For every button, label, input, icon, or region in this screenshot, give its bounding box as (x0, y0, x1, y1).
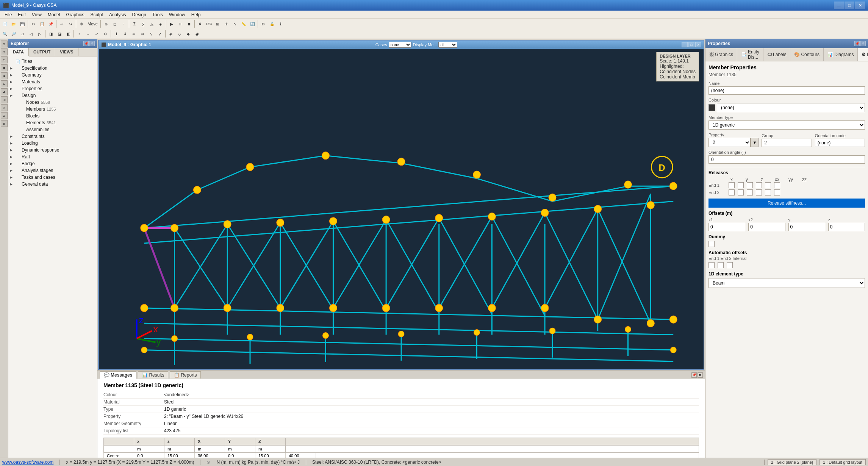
maximize-button[interactable]: □ (845, 2, 854, 9)
tab-data[interactable]: DATA (8, 48, 29, 56)
tb-lock[interactable]: 🔒 (268, 20, 276, 28)
tb2-6[interactable]: ◨ (47, 30, 55, 38)
x2-input[interactable] (748, 223, 785, 231)
menu-graphics[interactable]: Graphics (63, 11, 88, 18)
menu-window[interactable]: Window (166, 11, 188, 18)
tb2-3[interactable]: ⊿ (18, 30, 27, 38)
end2-z-check[interactable] (747, 189, 753, 195)
tree-analysis[interactable]: ▶ Analysis stages (8, 167, 97, 174)
property-dropdown-btn[interactable]: ▼ (751, 138, 759, 147)
tb-rotate[interactable]: 🔄 (248, 20, 256, 28)
tb-save[interactable]: 💾 (18, 20, 27, 28)
tree-nodes[interactable]: Nodes 5558 (8, 99, 97, 106)
side-icon-11[interactable]: ⊗ (1, 120, 8, 127)
side-icon-5[interactable]: ◈ (1, 72, 8, 79)
tb2-20[interactable]: ◇ (175, 30, 184, 38)
tb-paste[interactable]: 📌 (47, 20, 55, 28)
group-input[interactable] (762, 139, 812, 147)
tree-materials[interactable]: ▶ Materials (8, 78, 97, 85)
menu-view[interactable]: View (29, 11, 45, 18)
z-input[interactable] (828, 223, 865, 231)
tree-general[interactable]: ▶ General data (8, 181, 97, 188)
tab-entity-dis[interactable]: 📑 Entity Dis... (737, 48, 763, 61)
dummy-checkbox[interactable] (708, 241, 715, 247)
end1-zz-check[interactable] (774, 182, 780, 188)
end2-y-check[interactable] (738, 189, 744, 195)
tb-new[interactable]: 📄 (1, 20, 9, 28)
cases-select[interactable]: none (389, 42, 411, 48)
tb-move[interactable]: ✥ (77, 20, 86, 28)
tb-grid[interactable]: ⊞ (213, 20, 222, 28)
tb2-5[interactable]: ▷ (36, 30, 44, 38)
tb-undo[interactable]: ↩ (58, 20, 66, 28)
explorer-close[interactable]: ✕ (89, 41, 95, 46)
end1-xx-check[interactable] (756, 182, 762, 188)
tb2-9[interactable]: ↕ (75, 30, 83, 38)
tb-sigma[interactable]: ∑ (139, 20, 147, 28)
close-button[interactable]: ✕ (855, 2, 865, 9)
end1-yy-check[interactable] (765, 182, 771, 188)
side-icon-3[interactable]: ✦ (1, 56, 8, 63)
colour-select[interactable]: (none) (717, 103, 865, 112)
tb-cursor2[interactable]: ✛ (222, 20, 230, 28)
menu-file[interactable]: File (2, 11, 15, 18)
angle-input[interactable] (708, 155, 865, 164)
tb-nodes[interactable]: · (119, 20, 128, 28)
grid-layout-badge[interactable]: 1 : Default grid layout (820, 459, 866, 465)
props-close[interactable]: ✕ (860, 41, 866, 46)
menu-design[interactable]: Design (129, 11, 149, 18)
tb-stop[interactable]: ⏹ (185, 20, 193, 28)
tb-select[interactable]: ◻ (111, 20, 119, 28)
tb2-13[interactable]: ⬆ (112, 30, 120, 38)
side-icon-9[interactable]: ▷ (1, 104, 8, 111)
tb-measure[interactable]: 📏 (239, 20, 248, 28)
member-type-select[interactable]: 1D generic (708, 120, 865, 130)
tb2-12[interactable]: ⊙ (101, 30, 109, 38)
tab-labels[interactable]: 🏷 Labels (763, 48, 790, 61)
side-icon-6[interactable]: ⊾ (1, 80, 8, 87)
tab-graphics-props[interactable]: 🖼 Graphics (705, 48, 737, 61)
props-pin[interactable]: 📌 (854, 41, 860, 46)
tb2-14[interactable]: ⬇ (121, 30, 129, 38)
tb-settings[interactable]: ⚙ (259, 20, 267, 28)
tb-1e3[interactable]: 1E3 (205, 20, 213, 28)
tab-messages[interactable]: 💬 Messages (100, 371, 136, 379)
tb2-22[interactable]: ◉ (193, 30, 201, 38)
tb2-18[interactable]: ⤤ (156, 30, 164, 38)
grid-plane-badge[interactable]: 2 : Grid plane 2 [plane] (768, 459, 816, 465)
tb2-2[interactable]: 🔎 (9, 30, 18, 38)
tb-run[interactable]: ▶ (167, 20, 176, 28)
elem-type-select[interactable]: Beam (708, 278, 865, 288)
tb-calc2[interactable]: ◈ (156, 20, 165, 28)
tb2-8[interactable]: ◧ (64, 30, 72, 38)
end1-y-check[interactable] (738, 182, 744, 188)
graphic-canvas[interactable]: DESIGN LAYER Scale: 1:149.1 Highlighted:… (99, 49, 704, 369)
end2-zz-check[interactable] (774, 189, 780, 195)
side-icon-2[interactable]: ⊞ (1, 48, 8, 55)
side-icon-7[interactable]: ⊿ (1, 88, 8, 95)
tree-assemblies[interactable]: Assemblies (8, 126, 97, 133)
end1-x-check[interactable] (729, 182, 735, 188)
menu-help[interactable]: Help (188, 11, 204, 18)
tree-titles[interactable]: 📄 Titles (8, 58, 97, 65)
msg-close[interactable]: ✕ (698, 372, 703, 378)
website-link[interactable]: www.oasys-software.com (2, 460, 53, 465)
auto-end2-check[interactable] (718, 262, 724, 268)
name-input[interactable] (708, 86, 865, 95)
tree-loading[interactable]: ▶ Loading (8, 140, 97, 147)
msg-pin[interactable]: 📌 (691, 372, 697, 378)
tb-open[interactable]: 📂 (9, 20, 18, 28)
colour-swatch[interactable] (708, 104, 715, 111)
tree-tasks[interactable]: ▶ Tasks and cases (8, 174, 97, 181)
tb-info[interactable]: ℹ (277, 20, 285, 28)
menu-edit[interactable]: Edit (15, 11, 29, 18)
tree-raft[interactable]: ▶ Raft (8, 153, 97, 160)
tb2-10[interactable]: ↔ (84, 30, 92, 38)
graphic-close[interactable]: ✕ (695, 42, 701, 47)
graphic-minimize[interactable]: — (682, 42, 688, 47)
tb2-21[interactable]: ◆ (184, 30, 192, 38)
tb-pause[interactable]: ⏸ (176, 20, 185, 28)
menu-sculpt[interactable]: Sculpt (88, 11, 106, 18)
menu-tools[interactable]: Tools (149, 11, 166, 18)
tb-cursor[interactable]: ⊕ (102, 20, 110, 28)
